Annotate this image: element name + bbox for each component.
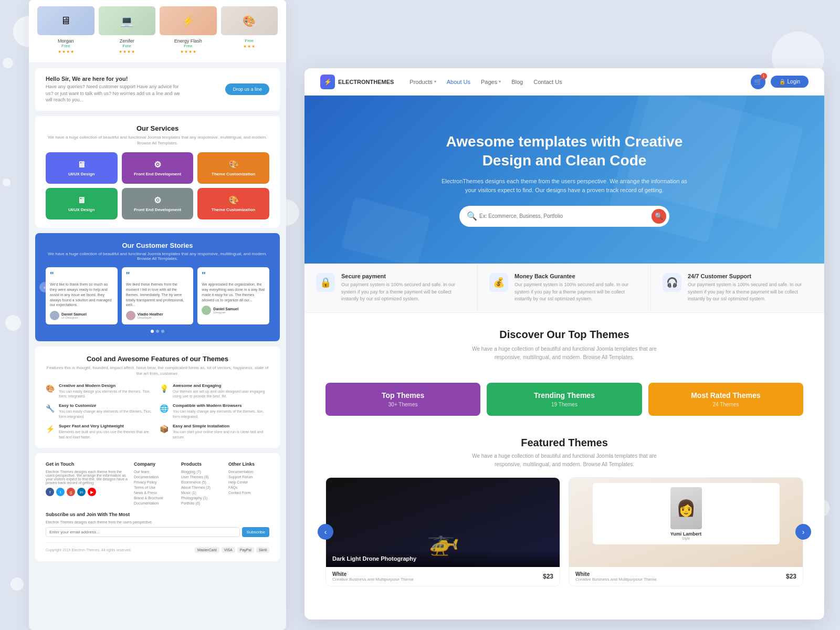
- theme-name-morgan: Morgan: [37, 38, 94, 44]
- tab-top-themes[interactable]: Top Themes 30+ Themes: [326, 383, 480, 416]
- footer-product-2[interactable]: Ecommerce (5): [181, 480, 222, 484]
- feature-desc-5: You can start your online store and run …: [173, 429, 269, 440]
- feature-content-0: Creative and Modern Design You can easil…: [59, 383, 155, 400]
- feature-desc-4: Elements are built and you can use the t…: [59, 429, 155, 440]
- feature-desc-1: Our themes are set up and user designed …: [173, 389, 269, 400]
- footer-company-4[interactable]: News & Press: [134, 491, 175, 495]
- footer-company-3[interactable]: Terms of Use: [134, 486, 175, 489]
- feature-title-3: Compatible with Modern Browsers: [173, 403, 269, 408]
- uiux2-icon: 🖥: [77, 196, 86, 205]
- story-card-1: " We liked these themes from the moment …: [122, 267, 194, 324]
- facebook-icon[interactable]: f: [46, 488, 54, 496]
- frontend-icon: ⚙: [154, 160, 161, 170]
- right-panel: ⚡ ELECTRONTHEMES Products ▾ About Us Pag…: [304, 68, 824, 620]
- featured-card-footer-fashion: White Creative Business and Multipurpose…: [569, 567, 803, 586]
- stories-grid: " We'd like to thank them so much as the…: [46, 267, 269, 324]
- author-name-2: Daniel Samuel: [213, 307, 238, 311]
- services-sub: We have a huge collection of beautiful a…: [46, 134, 269, 146]
- footer-other-2[interactable]: Help Center: [228, 480, 269, 484]
- newsletter-title: Subscribe us and Join With The Most: [46, 512, 269, 517]
- featured-prev-button[interactable]: ‹: [318, 524, 333, 540]
- footer-product-3[interactable]: About Themes (2): [181, 486, 222, 489]
- theme-name-energy: Energy Flash: [160, 38, 217, 44]
- footer-company-0[interactable]: Our team: [134, 470, 175, 474]
- footer-company-1[interactable]: Documentation: [134, 475, 175, 479]
- stories-section: Our Customer Stories We have a huge coll…: [35, 233, 280, 341]
- footer-col-title-2: Products: [181, 461, 222, 467]
- feature-desc-0: You can easily design you elements of th…: [59, 389, 155, 400]
- feature-secure-content: Secure payment Our payment system is 100…: [341, 273, 466, 303]
- logo-icon: ⚡: [320, 75, 335, 89]
- star: ★: [243, 44, 247, 49]
- login-button[interactable]: 🔒 Login: [771, 76, 808, 88]
- story-dot-1[interactable]: [156, 330, 159, 333]
- nav-contact[interactable]: Contact Us: [533, 79, 562, 85]
- feature-content-5: Easy and Simple Installation You can sta…: [173, 424, 269, 440]
- footer-other-4[interactable]: Contact Form: [228, 491, 269, 495]
- tab-trending-themes-label: Trending Themes: [497, 391, 631, 400]
- theme-badge-morgan: Free: [37, 44, 94, 48]
- service-card-uiux[interactable]: 🖥 UI/UX Design: [46, 152, 118, 184]
- nav-pages[interactable]: Pages ▾: [481, 79, 501, 85]
- service-card-theme[interactable]: 🎨 Theme Customization: [197, 152, 269, 184]
- footer-product-6[interactable]: Portfolio (6): [181, 501, 222, 505]
- footer-company-5[interactable]: Brand & Brochure: [134, 496, 175, 500]
- featured-card-name-fashion: White: [575, 571, 657, 577]
- footer-company-6[interactable]: Documentation: [134, 501, 175, 505]
- nav-about[interactable]: About Us: [447, 79, 470, 85]
- footer-other-1[interactable]: Support Forum: [228, 475, 269, 479]
- tab-most-rated-themes[interactable]: Most Rated Themes 24 Themes: [648, 383, 803, 416]
- linkedin-icon[interactable]: in: [77, 488, 86, 496]
- footer-company-2[interactable]: Privacy Policy: [134, 480, 175, 484]
- search-input[interactable]: [479, 213, 652, 219]
- story-dot-0[interactable]: [151, 330, 154, 333]
- search-button[interactable]: 🔍: [652, 209, 666, 224]
- logo-text: ELECTRONTHEMES: [338, 79, 394, 85]
- features-grid: 🎨 Creative and Modern Design You can eas…: [46, 383, 269, 440]
- footer-col-title-3: Other Links: [228, 461, 269, 467]
- service-card-uiux2[interactable]: 🖥 UI/UX Design: [46, 188, 118, 219]
- footer-product-5[interactable]: Photography (1): [181, 496, 222, 500]
- featured-card-price-fashion: $23: [786, 573, 796, 580]
- footer-product-4[interactable]: Music (1): [181, 491, 222, 495]
- newsletter-input[interactable]: [46, 527, 240, 537]
- fashion-avatar: 👩: [670, 487, 702, 529]
- service-card-theme2[interactable]: 🎨 Theme Customization: [197, 188, 269, 219]
- service-card-frontend[interactable]: ⚙ Front End Development: [122, 152, 194, 184]
- story-author-2: Daniel Samuel Designer: [202, 306, 265, 315]
- services-section: Our Services We have a huge collection o…: [35, 116, 280, 228]
- cart-button[interactable]: 🛒 1: [751, 75, 765, 89]
- drop-line-button[interactable]: Drop us a line: [225, 83, 269, 95]
- youtube-icon[interactable]: ▶: [88, 488, 96, 496]
- theme-tabs: Top Themes 30+ Themes Trending Themes 19…: [326, 383, 803, 416]
- service-card-frontend2[interactable]: ⚙ Front End Development: [122, 188, 194, 219]
- story-text-1: We liked these themes from the moment I …: [126, 282, 190, 308]
- featured-next-button[interactable]: ›: [795, 524, 811, 540]
- footer-other-3[interactable]: FAQs: [228, 486, 269, 489]
- story-dot-2[interactable]: [161, 330, 164, 333]
- themes-top-section: 🖥 💻 ⚡ 🎨 Morgan Free ★★★★ Zenifer Free ★★…: [29, 0, 286, 63]
- tab-trending-themes[interactable]: Trending Themes 19 Themes: [487, 383, 642, 416]
- twitter-icon[interactable]: t: [56, 488, 65, 496]
- nav-products[interactable]: Products ▾: [410, 79, 436, 85]
- features-sub: Features this is thought, founded, impac…: [46, 365, 269, 376]
- feature-moneyback-desc: Our payment system is 100% secured and s…: [514, 281, 639, 303]
- feature-icon-4: ⚡: [46, 425, 55, 433]
- stories-prev-button[interactable]: ‹: [39, 282, 50, 292]
- feature-title-0: Creative and Modern Design: [59, 383, 155, 388]
- feature-icon-3: 🌐: [160, 404, 169, 413]
- quote-mark: ": [202, 271, 265, 280]
- service-label-theme: Theme Customization: [212, 172, 255, 176]
- hello-section: Hello Sir, We are here for you! Have any…: [35, 68, 280, 111]
- nav-blog[interactable]: Blog: [511, 79, 523, 85]
- tab-top-themes-count: 30+ Themes: [336, 402, 470, 407]
- footer-other-0[interactable]: Documentation: [228, 470, 269, 474]
- google-icon[interactable]: g: [67, 488, 75, 496]
- footer-product-1[interactable]: User Themes (8): [181, 475, 222, 479]
- services-title: Our Services: [46, 124, 269, 132]
- theme-badge-energy: Free: [160, 44, 217, 48]
- bg-circle-2: [3, 58, 13, 68]
- footer-product-0[interactable]: Blogging (7): [181, 470, 222, 474]
- subscribe-button[interactable]: Subscribe: [242, 527, 269, 537]
- feature-item-3: 🌐 Compatible with Modern Browsers You ca…: [160, 403, 269, 419]
